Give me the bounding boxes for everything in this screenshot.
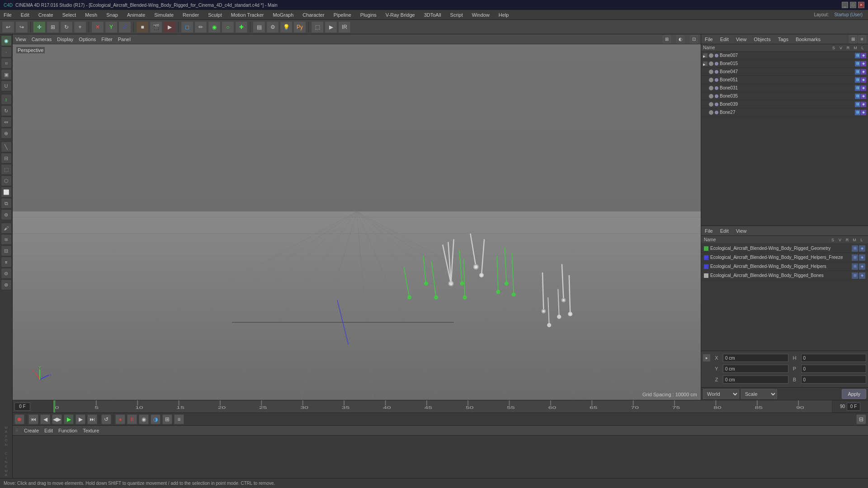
bone-row-2[interactable]: Bone047 ⊟ ◈ bbox=[701, 68, 868, 76]
scene-tab-edit[interactable]: Edit bbox=[718, 227, 731, 235]
tool-relax[interactable]: ⊜ bbox=[1, 268, 12, 279]
close-button[interactable]: ✕ bbox=[858, 2, 864, 8]
window-controls[interactable]: _ □ ✕ bbox=[842, 2, 864, 8]
scene-obj-3[interactable]: Ecological_Aircraft_Blended-Wing_Body_Ri… bbox=[701, 271, 868, 280]
tool-extrude[interactable]: ⬚ bbox=[1, 164, 12, 175]
obj-icon-4[interactable]: ◈ bbox=[861, 61, 866, 66]
obj-icon-6[interactable]: ◈ bbox=[861, 69, 866, 75]
goto-start-button[interactable]: ⏮ bbox=[28, 414, 38, 424]
minimize-button[interactable]: _ bbox=[842, 2, 848, 8]
tool-pencil[interactable]: ✏ bbox=[194, 21, 207, 33]
obj-icon-2[interactable]: ◈ bbox=[861, 53, 866, 58]
play-mode-1[interactable]: ● bbox=[115, 414, 125, 424]
right-tab-view[interactable]: View bbox=[734, 36, 749, 43]
tool-light[interactable]: 💡 bbox=[280, 21, 292, 33]
obj-icon-7[interactable]: ⊟ bbox=[855, 77, 860, 83]
tool-cube[interactable]: ◻ bbox=[181, 21, 193, 33]
s-icon-8[interactable]: ◈ bbox=[859, 272, 865, 279]
menu-edit[interactable]: Edit bbox=[19, 11, 31, 19]
obj-icon-3[interactable]: ⊟ bbox=[855, 61, 860, 66]
bl-tab-edit[interactable]: Edit bbox=[44, 428, 53, 433]
tool-plane[interactable]: ▤ bbox=[253, 21, 265, 33]
bone-row-3[interactable]: Bone051 ⊟ ◈ bbox=[701, 76, 868, 84]
tool-magnet[interactable]: ⚙ bbox=[266, 21, 279, 33]
menu-vray[interactable]: V-Ray Bridge bbox=[384, 11, 417, 19]
scene-obj-2[interactable]: Ecological_Aircraft_Blended-Wing_Body_Ri… bbox=[701, 262, 868, 271]
menu-create[interactable]: Create bbox=[37, 11, 55, 19]
scene-tab-file[interactable]: File bbox=[703, 227, 715, 235]
tool-points[interactable]: · bbox=[1, 47, 12, 57]
tool-bridge[interactable]: ⬜ bbox=[1, 187, 12, 197]
p-size-input[interactable] bbox=[801, 365, 867, 373]
obj-icon-1[interactable]: ⊟ bbox=[855, 53, 860, 58]
obj-icon-12[interactable]: ◈ bbox=[861, 94, 866, 99]
menu-pipeline[interactable]: Pipeline bbox=[332, 11, 353, 19]
timeline-settings-btn[interactable]: ⊟ bbox=[856, 414, 866, 424]
anim-btn[interactable]: 🎬 bbox=[150, 21, 162, 33]
tool-render-active[interactable]: ▶ bbox=[325, 21, 337, 33]
y-axis-btn[interactable]: Y bbox=[105, 21, 118, 33]
right-tab-tags[interactable]: Tags bbox=[776, 36, 790, 43]
s-icon-1[interactable]: ⊟ bbox=[852, 245, 858, 252]
menu-mograph[interactable]: MoGraph bbox=[271, 11, 295, 19]
bone-row-0[interactable]: ▸ Bone007 ⊟ ◈ bbox=[701, 52, 868, 60]
play-mode-3[interactable]: ◉ bbox=[139, 414, 149, 424]
menu-animate[interactable]: Animate bbox=[125, 11, 147, 19]
menu-mesh[interactable]: Mesh bbox=[83, 11, 99, 19]
step-forward-button[interactable]: ▶ bbox=[75, 414, 85, 424]
bone-row-6[interactable]: Bone039 ⊟ ◈ bbox=[701, 100, 868, 108]
tool-paint-brush[interactable]: 🖌 bbox=[1, 223, 12, 234]
menu-plugins[interactable]: Plugins bbox=[359, 11, 378, 19]
expand-icon[interactable]: ▸ bbox=[703, 53, 708, 58]
redo-button[interactable]: ↪ bbox=[15, 21, 28, 33]
expand-icon-coord[interactable]: ▸ bbox=[703, 354, 710, 361]
tool-smooth[interactable]: ≋ bbox=[1, 234, 12, 245]
right-tab-edit[interactable]: Edit bbox=[718, 36, 731, 43]
h-size-input[interactable] bbox=[801, 354, 867, 362]
menu-render[interactable]: Render bbox=[181, 11, 201, 19]
bone-row-7[interactable]: Bone27 ⊟ ◈ bbox=[701, 108, 868, 117]
obj-icon-8[interactable]: ◈ bbox=[861, 77, 866, 83]
menu-simulate[interactable]: Simulate bbox=[152, 11, 175, 19]
tool-brush[interactable]: ◉ bbox=[208, 21, 221, 33]
right-panel-btn2[interactable]: ≡ bbox=[858, 35, 866, 43]
play-mode-2[interactable]: ⏸ bbox=[127, 414, 137, 424]
tool-transform[interactable]: ⊕ bbox=[1, 128, 12, 139]
vp-menu-display[interactable]: Display bbox=[57, 37, 73, 42]
panel-grip[interactable]: ⠿ bbox=[15, 428, 19, 433]
tool-line-cut[interactable]: ╲ bbox=[1, 141, 12, 152]
z-axis-btn[interactable]: Z bbox=[118, 21, 131, 33]
tool4[interactable]: + bbox=[74, 21, 86, 33]
tool-move[interactable]: ↕ bbox=[1, 94, 12, 105]
tool-mirror[interactable]: ⧉ bbox=[1, 198, 12, 209]
menu-help[interactable]: Help bbox=[497, 11, 511, 19]
scene-obj-1[interactable]: Ecological_Aircraft_Blended-Wing_Body_Ri… bbox=[701, 253, 868, 262]
timeline-ruler[interactable]: 0 5 10 15 20 25 30 35 40 45 50 55 bbox=[53, 400, 832, 413]
tool-scale-side[interactable]: ⇔ bbox=[1, 117, 12, 127]
obj-icon-5[interactable]: ⊟ bbox=[855, 69, 860, 75]
rotate-tool[interactable]: ↻ bbox=[60, 21, 73, 33]
tool-uvw[interactable]: U bbox=[1, 80, 12, 91]
menu-character[interactable]: Character bbox=[301, 11, 326, 19]
vp-menu-filter[interactable]: Filter bbox=[101, 37, 112, 42]
tool-ir[interactable]: IR bbox=[338, 21, 351, 33]
playhead[interactable] bbox=[53, 400, 55, 413]
menu-select[interactable]: Select bbox=[61, 11, 78, 19]
bone-row-1[interactable]: ▸ Bone015 ⊟ ◈ bbox=[701, 60, 868, 68]
play-back-button[interactable]: ◀▶ bbox=[52, 414, 62, 424]
current-frame-input[interactable] bbox=[14, 403, 30, 411]
tool-pull[interactable]: ⌆ bbox=[1, 257, 12, 267]
obj-icon-11[interactable]: ⊟ bbox=[855, 94, 860, 99]
menu-file[interactable]: File bbox=[2, 11, 14, 19]
bl-tab-create[interactable]: Create bbox=[24, 428, 39, 433]
goto-end-button[interactable]: ⏭ bbox=[87, 414, 97, 424]
frame-end-input[interactable] bbox=[847, 403, 860, 411]
menu-sculpt[interactable]: Sculpt bbox=[206, 11, 224, 19]
tool-grab[interactable]: ⊗ bbox=[1, 279, 12, 290]
play-mode-6[interactable]: ≡ bbox=[174, 414, 184, 424]
tool-render-region[interactable]: ⬚ bbox=[311, 21, 324, 33]
step-back-button[interactable]: ◀ bbox=[40, 414, 50, 424]
move-tool[interactable]: ✛ bbox=[33, 21, 46, 33]
scene-tab-view[interactable]: View bbox=[734, 227, 749, 235]
x-pos-input[interactable] bbox=[723, 354, 788, 362]
